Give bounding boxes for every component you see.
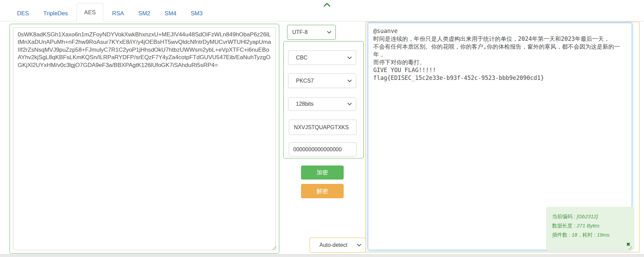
mode-select-value: CBC: [296, 55, 308, 61]
status-plugins-label: 插件数 :: [552, 232, 572, 238]
keysize-select[interactable]: 128bits: [288, 97, 356, 111]
bottom-section: [0, 254, 644, 257]
tab-rsa[interactable]: RSA: [107, 6, 129, 21]
chevron-down-icon: [347, 80, 352, 82]
close-icon[interactable]: ✖: [626, 241, 630, 247]
status-time-unit: ms: [602, 232, 609, 238]
status-encoding-label: 当前编码 :: [552, 213, 577, 219]
collapse-chevron-up-icon[interactable]: [323, 2, 331, 8]
status-time-label: ，耗时 :: [577, 232, 597, 238]
tab-tripledes[interactable]: TripleDes: [38, 6, 73, 21]
encoding-select-value: UTF-8: [292, 29, 308, 35]
status-encoding-value: [Gb2312]: [577, 213, 598, 219]
tab-sm4[interactable]: SM4: [159, 6, 182, 21]
status-plugins-value: 18: [572, 232, 578, 238]
status-encoding-row: 当前编码 : [Gb2312]: [552, 212, 634, 221]
chevron-down-icon: [327, 31, 331, 34]
keysize-select-value: 128bits: [296, 101, 314, 107]
status-panel: 当前编码 : [Gb2312] 数据长度 : 271 Bytes 插件数 : 1…: [546, 207, 634, 250]
padding-select-value: PKCS7: [296, 78, 314, 84]
mode-select[interactable]: CBC: [288, 50, 356, 65]
chevron-down-icon: [347, 56, 352, 59]
key-input[interactable]: [289, 120, 357, 135]
crypto-tool-page: DES TripleDes AES RSA SM2 SM4 SM3 0sWK8a…: [0, 0, 644, 257]
status-length-label: 数据长度 :: [552, 223, 577, 228]
autodetect-select-value: Auto-detect: [319, 242, 347, 248]
status-length-value: 271 Bytes: [577, 223, 600, 228]
status-time-value: 19: [597, 232, 603, 238]
encrypt-button[interactable]: 加密: [301, 166, 344, 179]
iv-input[interactable]: [289, 142, 357, 156]
padding-select[interactable]: PKCS7: [288, 73, 356, 88]
tab-sm2[interactable]: SM2: [133, 6, 156, 21]
tab-sm3[interactable]: SM3: [185, 6, 208, 21]
status-plugins-row: 插件数 : 18，耗时 : 19ms: [552, 230, 634, 239]
tab-bar: DES TripleDes AES RSA SM2 SM4 SM3: [0, 0, 644, 21]
decrypt-button[interactable]: 解密: [301, 184, 344, 198]
autodetect-select[interactable]: Auto-detect: [310, 238, 366, 253]
encoding-select[interactable]: UTF-8: [287, 25, 336, 40]
ciphertext-input[interactable]: 0sWK8adKSGh1Xaxo6n1mZFoyNDYVokXwkBhxnzxU…: [13, 27, 276, 250]
chevron-down-icon: [357, 244, 361, 246]
chevron-down-icon: [347, 103, 352, 105]
status-length-row: 数据长度 : 271 Bytes: [552, 221, 634, 230]
tab-aes[interactable]: AES: [77, 3, 103, 21]
tab-des[interactable]: DES: [12, 6, 34, 21]
